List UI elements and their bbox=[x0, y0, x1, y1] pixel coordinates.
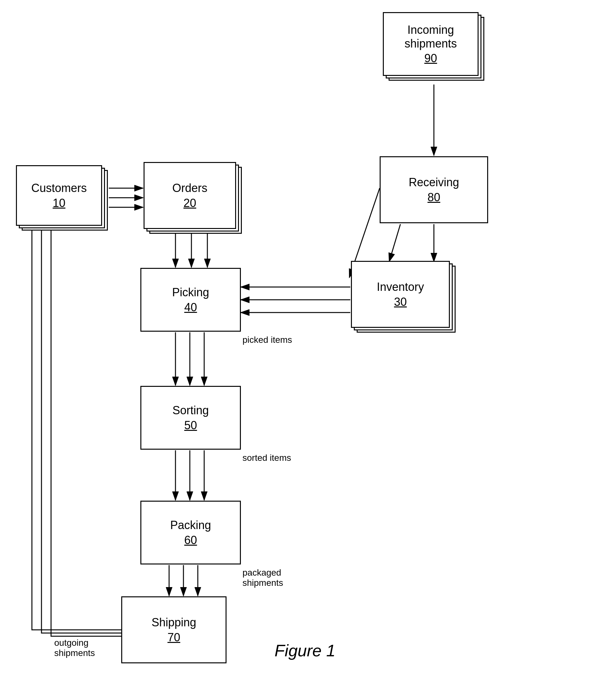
sorting-number: 50 bbox=[184, 419, 197, 432]
packing-number: 60 bbox=[184, 534, 197, 547]
packing-label: Packing bbox=[170, 518, 211, 532]
shipping-label: Shipping bbox=[151, 616, 196, 629]
receiving-box: Receiving 80 bbox=[380, 156, 488, 223]
sorting-box: Sorting 50 bbox=[140, 386, 241, 450]
incoming-shipments-label: Incoming shipments bbox=[404, 23, 457, 50]
sorting-label: Sorting bbox=[172, 403, 209, 417]
receiving-number: 80 bbox=[428, 191, 440, 204]
arrows-svg bbox=[0, 0, 610, 670]
packing-box: Packing 60 bbox=[140, 501, 241, 565]
picking-label: Picking bbox=[172, 286, 209, 299]
customers-label: Customers bbox=[31, 181, 87, 195]
picking-number: 40 bbox=[184, 301, 197, 314]
inventory-label: Inventory bbox=[377, 280, 424, 294]
packaged-shipments-label: packaged shipments bbox=[242, 568, 283, 588]
receiving-label: Receiving bbox=[409, 175, 459, 189]
customers-number: 10 bbox=[53, 196, 65, 210]
svg-line-4 bbox=[389, 224, 400, 261]
incoming-shipments-number: 90 bbox=[424, 52, 437, 65]
orders-label: Orders bbox=[172, 181, 207, 195]
inventory-box: Inventory 30 bbox=[351, 261, 450, 328]
orders-number: 20 bbox=[183, 196, 196, 210]
customers-box: Customers 10 bbox=[16, 165, 102, 226]
inventory-number: 30 bbox=[394, 295, 407, 309]
diagram: Incoming shipments 90 Receiving 80 Custo… bbox=[0, 0, 610, 670]
figure-caption: Figure 1 bbox=[0, 641, 610, 660]
picking-box: Picking 40 bbox=[140, 268, 241, 332]
picked-items-label: picked items bbox=[242, 335, 292, 345]
orders-box: Orders 20 bbox=[144, 162, 236, 229]
sorted-items-label: sorted items bbox=[242, 453, 291, 463]
incoming-shipments-box: Incoming shipments 90 bbox=[383, 12, 479, 76]
